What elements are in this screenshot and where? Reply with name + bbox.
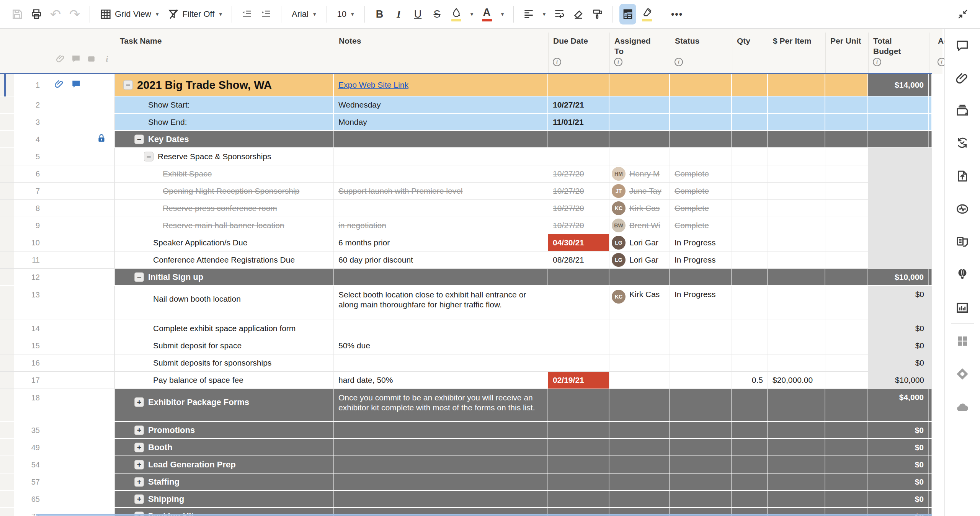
horizontal-scrollbar[interactable]	[36, 514, 932, 516]
due-date-cell[interactable]	[548, 439, 609, 456]
expand-toggle[interactable]: +	[134, 477, 144, 487]
due-date-cell[interactable]	[548, 491, 609, 507]
due-date-cell[interactable]	[548, 148, 609, 165]
per-unit-cell[interactable]	[825, 148, 868, 165]
task-cell[interactable]: +Shipping	[115, 491, 334, 507]
total-budget-cell[interactable]: $0	[868, 422, 929, 438]
view-selector[interactable]: Grid View ▾	[96, 4, 162, 24]
row-number[interactable]: 15	[15, 341, 40, 350]
column-header-task[interactable]: Task Name	[120, 36, 162, 46]
per-unit-cell[interactable]	[825, 389, 868, 421]
qty-cell[interactable]	[732, 251, 768, 268]
task-cell[interactable]: +Lead Generation Prep	[115, 456, 334, 473]
row-number[interactable]: 2	[15, 100, 40, 109]
status-cell[interactable]	[670, 269, 732, 285]
qty-cell[interactable]	[732, 439, 768, 456]
expand-toggle[interactable]: +	[134, 460, 144, 469]
assigned-to-cell[interactable]	[609, 389, 670, 421]
assigned-to-cell[interactable]	[609, 456, 670, 473]
notes-cell[interactable]: 6 months prior	[334, 234, 548, 251]
collapse-toggle[interactable]: −	[144, 152, 154, 162]
row-number[interactable]: 54	[15, 460, 40, 469]
row-number[interactable]: 57	[15, 477, 40, 486]
actual-cell-clipped[interactable]	[929, 131, 932, 147]
row-11-gutter[interactable]: 11	[0, 251, 115, 268]
row-number[interactable]: 16	[15, 359, 40, 367]
assigned-to-cell[interactable]: HMHenry M	[609, 165, 670, 182]
actual-cell-clipped[interactable]	[929, 251, 932, 268]
cell-formatting-button[interactable]	[619, 4, 636, 24]
actual-cell-clipped[interactable]	[929, 337, 932, 354]
per-unit-cell[interactable]	[825, 234, 868, 251]
qty-cell[interactable]	[732, 354, 768, 371]
notes-cell[interactable]: 60 day prior discount	[334, 251, 548, 268]
collapse-toggle[interactable]: −	[134, 272, 144, 282]
total-budget-cell[interactable]: $0	[868, 337, 929, 354]
per-item-cell[interactable]	[768, 96, 825, 113]
paperclip-icon[interactable]	[56, 54, 65, 65]
task-cell[interactable]: +Exhibitor Package Forms	[115, 389, 334, 421]
per-item-cell[interactable]	[768, 456, 825, 473]
due-date-cell[interactable]: 10/27/21	[548, 96, 609, 113]
actual-cell-clipped[interactable]	[929, 389, 932, 421]
sidebar-proofs-icon[interactable]	[956, 104, 969, 119]
row-1-gutter[interactable]: 1	[0, 74, 115, 96]
column-info-icon[interactable]: i	[873, 58, 881, 66]
qty-cell[interactable]	[732, 234, 768, 251]
due-date-cell[interactable]	[548, 286, 609, 320]
assigned-to-cell[interactable]: JTJune Tay	[609, 183, 670, 199]
row-number[interactable]: 4	[15, 135, 40, 144]
wrap-text-button[interactable]	[551, 4, 568, 24]
row-17-gutter[interactable]: 17	[0, 372, 115, 389]
due-date-cell[interactable]: 02/19/21	[548, 372, 609, 389]
task-cell[interactable]: Show End:	[115, 114, 334, 130]
due-date-cell[interactable]: 08/28/21	[548, 251, 609, 268]
qty-cell[interactable]	[732, 165, 768, 182]
row-number[interactable]: 14	[15, 324, 40, 333]
row-number[interactable]: 12	[15, 273, 40, 281]
notes-cell[interactable]	[334, 439, 548, 456]
assigned-to-cell[interactable]	[609, 148, 670, 165]
due-date-cell[interactable]	[548, 354, 609, 371]
total-budget-cell[interactable]	[868, 148, 929, 165]
due-date-cell[interactable]	[548, 389, 609, 421]
row-6-gutter[interactable]: 6	[0, 165, 115, 182]
notes-cell[interactable]	[334, 422, 548, 438]
row-number[interactable]: 5	[15, 152, 40, 161]
due-date-cell[interactable]: 10/27/20	[548, 200, 609, 217]
task-cell[interactable]: +Booth	[115, 439, 334, 456]
column-header-notes[interactable]: Notes	[339, 36, 361, 46]
column-info-icon[interactable]: i	[614, 58, 622, 66]
sidebar-connector-diamond-icon[interactable]	[956, 367, 969, 382]
notes-cell[interactable]: Once you commit to be an exhibitor you w…	[334, 389, 548, 421]
task-cell[interactable]: +Promotions	[115, 422, 334, 438]
per-unit-cell[interactable]	[825, 372, 868, 389]
sidebar-publish-icon[interactable]	[956, 169, 969, 185]
assigned-to-cell[interactable]	[609, 372, 670, 389]
italic-button[interactable]: I	[390, 4, 407, 24]
row-number[interactable]: 11	[15, 256, 40, 265]
actual-cell-clipped[interactable]	[929, 217, 932, 234]
per-item-cell[interactable]	[768, 422, 825, 438]
per-unit-cell[interactable]	[825, 286, 868, 320]
row-number[interactable]: 7	[15, 187, 40, 196]
notes-cell[interactable]: in negotiation	[334, 217, 548, 234]
status-cell[interactable]	[670, 422, 732, 438]
task-cell[interactable]: −Key Dates	[115, 131, 334, 147]
column-header-budget[interactable]: Total Budget	[873, 36, 901, 56]
task-cell[interactable]: Speaker Application/s Due	[115, 234, 334, 251]
row-16-gutter[interactable]: 16	[0, 354, 115, 371]
align-button[interactable]	[520, 4, 537, 24]
sidebar-conversations-icon[interactable]	[956, 39, 969, 54]
per-unit-cell[interactable]	[825, 183, 868, 199]
qty-cell[interactable]	[732, 183, 768, 199]
notes-cell[interactable]	[334, 474, 548, 490]
total-budget-cell[interactable]	[868, 251, 929, 268]
notes-cell[interactable]	[334, 456, 548, 473]
task-cell[interactable]: −Initial Sign up	[115, 269, 334, 285]
qty-cell[interactable]	[732, 114, 768, 130]
status-cell[interactable]: Complete	[670, 217, 732, 234]
per-item-cell[interactable]	[768, 217, 825, 234]
save-button[interactable]	[9, 4, 26, 24]
total-budget-cell[interactable]: $4,000	[868, 389, 929, 421]
